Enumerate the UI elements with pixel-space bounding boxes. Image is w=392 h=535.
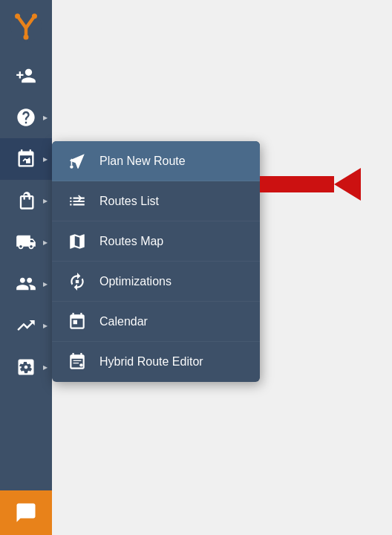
submenu-item-routes-map[interactable]: Routes Map bbox=[52, 221, 260, 262]
sidebar-item-add-user[interactable] bbox=[0, 55, 52, 97]
plan-route-icon bbox=[65, 149, 89, 173]
chat-button[interactable] bbox=[0, 490, 52, 535]
tracking-icon bbox=[16, 232, 36, 253]
orders-chevron: ▶ bbox=[43, 198, 48, 204]
sidebar-item-orders[interactable]: ▶ bbox=[0, 180, 52, 221]
sidebar: ▶ ▶ ▶ ▶ ▶ ▶ bbox=[0, 0, 52, 535]
sidebar-item-routes[interactable]: ▶ bbox=[0, 138, 52, 180]
sidebar-item-help[interactable]: ▶ bbox=[0, 97, 52, 138]
sidebar-item-tracking[interactable]: ▶ bbox=[0, 221, 52, 263]
sidebar-item-team[interactable]: ▶ bbox=[0, 263, 52, 305]
svg-point-6 bbox=[23, 34, 28, 39]
routes-map-icon bbox=[65, 230, 89, 253]
svg-point-4 bbox=[15, 13, 20, 19]
submenu-item-optimizations[interactable]: Optimizations bbox=[52, 262, 260, 302]
optimizations-label: Optimizations bbox=[99, 275, 172, 288]
submenu-item-calendar[interactable]: Calendar bbox=[52, 302, 260, 342]
red-arrow-indicator bbox=[260, 168, 361, 201]
sidebar-logo[interactable] bbox=[0, 0, 52, 52]
routes-list-label: Routes List bbox=[99, 195, 159, 208]
optimizations-icon bbox=[65, 270, 89, 294]
plan-new-route-label: Plan New Route bbox=[99, 155, 186, 168]
svg-point-5 bbox=[32, 13, 37, 19]
add-user-icon bbox=[16, 65, 36, 86]
sidebar-item-settings[interactable]: ▶ bbox=[0, 346, 52, 388]
team-chevron: ▶ bbox=[43, 281, 48, 288]
calendar-icon bbox=[65, 310, 89, 334]
arrow-head bbox=[334, 168, 361, 201]
app-logo-icon bbox=[10, 10, 42, 42]
chat-icon bbox=[15, 502, 37, 524]
orders-icon bbox=[16, 190, 36, 211]
tracking-chevron: ▶ bbox=[43, 239, 48, 246]
hybrid-editor-icon bbox=[65, 350, 89, 374]
submenu-item-routes-list[interactable]: Routes List bbox=[52, 181, 260, 221]
routes-chevron: ▶ bbox=[43, 156, 48, 163]
settings-chevron: ▶ bbox=[43, 364, 48, 371]
settings-icon bbox=[16, 357, 36, 377]
svg-rect-8 bbox=[76, 279, 79, 282]
routes-icon bbox=[16, 149, 36, 169]
hybrid-route-editor-label: Hybrid Route Editor bbox=[99, 355, 203, 369]
routes-map-label: Routes Map bbox=[99, 235, 163, 248]
analytics-chevron: ▶ bbox=[43, 322, 48, 329]
calendar-label: Calendar bbox=[99, 315, 148, 328]
routes-submenu: Plan New Route Routes List Routes Map Op… bbox=[52, 141, 260, 382]
sidebar-item-analytics[interactable]: ▶ bbox=[0, 305, 52, 346]
team-icon bbox=[16, 273, 36, 294]
help-chevron: ▶ bbox=[43, 114, 48, 121]
routes-list-icon bbox=[65, 189, 89, 213]
help-icon bbox=[16, 107, 36, 128]
arrow-body bbox=[260, 176, 334, 192]
submenu-item-hybrid-route-editor[interactable]: Hybrid Route Editor bbox=[52, 342, 260, 382]
submenu-item-plan-new-route[interactable]: Plan New Route bbox=[52, 141, 260, 181]
svg-point-9 bbox=[79, 363, 82, 366]
svg-point-7 bbox=[70, 165, 73, 168]
analytics-icon bbox=[16, 315, 36, 336]
